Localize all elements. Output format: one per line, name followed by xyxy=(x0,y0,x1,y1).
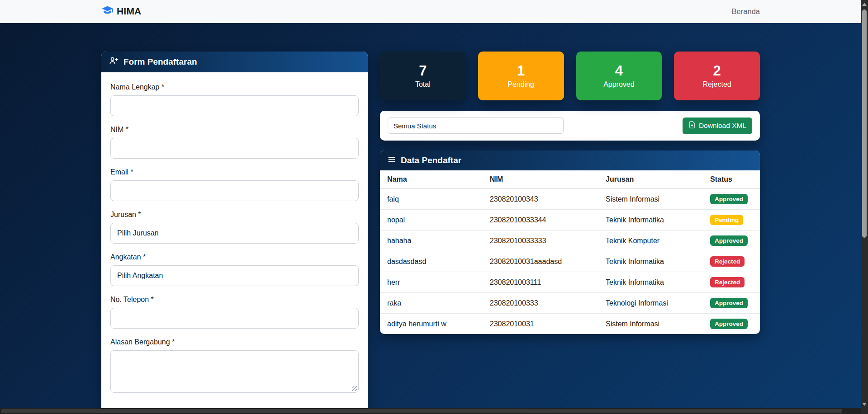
download-xml-label: Download XML xyxy=(699,122,746,130)
col-header-status: Status xyxy=(703,170,760,189)
col-header-jurusan: Jurusan xyxy=(598,170,703,189)
cell-status: Rejected xyxy=(703,251,760,272)
cell-jurusan: Teknik Informatika xyxy=(598,210,703,231)
table-row: aditya herumurti w 23082010031 Sistem In… xyxy=(380,314,760,334)
main-content: Form Pendaftaran Nama Lengkap * NIM * Em… xyxy=(0,23,861,408)
table-title: Data Pendaftar xyxy=(401,155,461,165)
stat-card-approved: 4 Approved xyxy=(576,52,662,100)
cell-nama: aditya herumurti w xyxy=(380,314,483,334)
table-row: raka 230820100333 Teknologi Informasi Ap… xyxy=(380,293,760,314)
graduation-cap-icon xyxy=(101,5,114,19)
form-title: Form Pendaftaran xyxy=(123,57,197,67)
table-row: faiq 230820100343 Sistem Informasi Appro… xyxy=(380,189,760,210)
field-jurusan: Jurusan * Pilih Jurusan xyxy=(110,211,359,244)
cell-nama: nopal xyxy=(380,210,483,231)
cell-nama: raka xyxy=(380,293,483,314)
status-badge: Approved xyxy=(710,194,748,204)
status-badge: Approved xyxy=(710,235,748,246)
file-download-icon xyxy=(688,121,696,130)
scroll-down-arrow[interactable] xyxy=(861,400,868,408)
cell-status: Pending xyxy=(703,210,760,231)
download-xml-button[interactable]: Download XML xyxy=(683,118,752,134)
email-label: Email * xyxy=(110,168,359,176)
field-telepon: No. Telepon * xyxy=(110,296,359,329)
registration-form-card: Form Pendaftaran Nama Lengkap * NIM * Em… xyxy=(101,52,368,408)
brand-link[interactable]: HIMA xyxy=(101,5,141,19)
stat-card-rejected: 2 Rejected xyxy=(674,52,760,100)
list-icon xyxy=(387,155,396,166)
cell-nim: 230820100333 xyxy=(483,293,598,314)
status-badge: Approved xyxy=(710,298,748,308)
col-header-nama: Nama xyxy=(380,170,483,189)
stat-pending-label: Pending xyxy=(508,80,534,89)
filter-bar: Semua Status Download XML xyxy=(380,111,760,141)
app-screen: HIMA Beranda Form Pendaftaran Nam xyxy=(0,0,868,414)
table-row: nopal 23082010033344 Teknik Informatika … xyxy=(380,210,760,231)
cell-jurusan: Teknik Komputer xyxy=(598,231,703,251)
jurusan-select-value: Pilih Jurusan xyxy=(117,229,159,237)
form-header: Form Pendaftaran xyxy=(101,52,368,72)
alasan-label: Alasan Bergabung * xyxy=(110,338,359,346)
scroll-up-arrow[interactable] xyxy=(861,0,868,8)
alasan-textarea[interactable] xyxy=(111,351,358,392)
brand-title: HIMA xyxy=(117,6,141,17)
navbar: HIMA Beranda xyxy=(0,0,861,23)
right-column: 7 Total 1 Pending 4 Approved 2 Rejected xyxy=(380,52,760,334)
status-filter-select[interactable]: Semua Status xyxy=(388,118,564,134)
stat-pending-value: 1 xyxy=(517,64,525,78)
table-row: herr 2308201003111 Teknik Informatika Re… xyxy=(380,272,760,293)
jurusan-label: Jurusan * xyxy=(110,211,359,219)
person-plus-icon xyxy=(109,56,119,68)
stats-row: 7 Total 1 Pending 4 Approved 2 Rejected xyxy=(380,52,760,100)
cell-jurusan: Teknologi Informasi xyxy=(598,293,703,314)
cell-nama: dasdasdasd xyxy=(380,251,483,272)
table-header-row: Nama NIM Jurusan Status xyxy=(380,170,760,189)
nim-label: NIM * xyxy=(110,126,359,134)
nama-lengkap-input[interactable] xyxy=(110,95,359,116)
data-table-card: Data Pendaftar Nama NIM Jurusan Status xyxy=(380,151,760,334)
cell-nim: 23082010033333 xyxy=(483,231,598,251)
table-row: dasdasdasd 23082010031aaadasd Teknik Inf… xyxy=(380,251,760,272)
status-filter-value: Semua Status xyxy=(394,122,436,130)
stat-card-pending: 1 Pending xyxy=(478,52,564,100)
status-badge: Pending xyxy=(710,215,743,225)
cell-jurusan: Sistem Informasi xyxy=(598,314,703,334)
nav-link-beranda[interactable]: Beranda xyxy=(732,7,760,16)
horizontal-scrollbar-thumb[interactable] xyxy=(1,409,842,413)
status-badge: Rejected xyxy=(710,277,745,287)
nama-lengkap-label: Nama Lengkap * xyxy=(110,83,359,91)
telepon-input[interactable] xyxy=(110,308,359,329)
cell-jurusan: Sistem Informasi xyxy=(598,189,703,210)
textarea-resize-handle[interactable] xyxy=(352,386,357,391)
cell-status: Approved xyxy=(703,314,760,334)
email-input[interactable] xyxy=(110,180,359,201)
stat-total-value: 7 xyxy=(419,64,427,78)
field-nama-lengkap: Nama Lengkap * xyxy=(110,83,359,116)
table-header: Data Pendaftar xyxy=(380,151,760,170)
cell-status: Approved xyxy=(703,189,760,210)
horizontal-scrollbar[interactable] xyxy=(0,408,861,414)
cell-nama: hahaha xyxy=(380,231,483,251)
table-row: hahaha 23082010033333 Teknik Komputer Ap… xyxy=(380,231,760,251)
stat-total-label: Total xyxy=(415,80,431,89)
status-badge: Approved xyxy=(710,319,748,329)
angkatan-label: Angkatan * xyxy=(110,253,359,261)
field-angkatan: Angkatan * Pilih Angkatan xyxy=(110,253,359,286)
stat-rejected-label: Rejected xyxy=(703,80,731,89)
vertical-scrollbar[interactable] xyxy=(861,0,868,414)
cell-jurusan: Teknik Informatika xyxy=(598,251,703,272)
cell-status: Approved xyxy=(703,293,760,314)
form-body: Nama Lengkap * NIM * Email * Jurusan * P… xyxy=(101,72,368,408)
cell-jurusan: Teknik Informatika xyxy=(598,272,703,293)
cell-nama: herr xyxy=(380,272,483,293)
jurusan-select[interactable]: Pilih Jurusan xyxy=(110,223,359,244)
field-email: Email * xyxy=(110,168,359,201)
angkatan-select[interactable]: Pilih Angkatan xyxy=(110,265,359,286)
nim-input[interactable] xyxy=(110,138,359,159)
vertical-scrollbar-thumb[interactable] xyxy=(862,9,867,238)
stat-rejected-value: 2 xyxy=(713,64,721,78)
cell-nim: 23082010031aaadasd xyxy=(483,251,598,272)
stat-approved-value: 4 xyxy=(615,64,623,78)
field-nim: NIM * xyxy=(110,126,359,159)
status-badge: Rejected xyxy=(710,256,745,267)
